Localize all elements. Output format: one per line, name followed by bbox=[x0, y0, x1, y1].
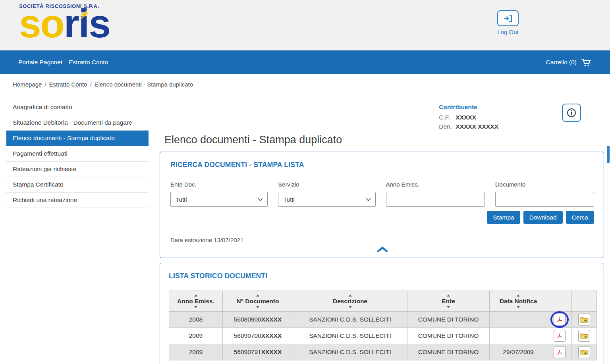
main-content: Contribuente C.F.XXXXX Den.XXXXX XXXXX E… bbox=[159, 100, 604, 364]
soris-logo[interactable]: SOCIETÀ RISCOSSIONI S.P.A. soris bbox=[19, 3, 110, 43]
cell-folder bbox=[572, 328, 597, 344]
folder-button[interactable] bbox=[578, 346, 590, 358]
contribuente-info: Contribuente C.F.XXXXX Den.XXXXX XXXXX bbox=[439, 104, 498, 131]
cell-folder bbox=[572, 344, 597, 360]
sort-desc-icon bbox=[447, 306, 450, 308]
cell-n-documento: 56090791XXXXX bbox=[223, 344, 293, 360]
column-header-descrizione[interactable]: Descrizione bbox=[293, 291, 407, 312]
column-header-n-documento[interactable]: N° Documento bbox=[223, 291, 293, 312]
data-estrazione-text: Data estrazione 13/07/2021 bbox=[170, 237, 594, 243]
ente-doc-select[interactable]: Tutti bbox=[170, 192, 268, 207]
search-panel-title: RICERCA DOCUMENTI - STAMPA LISTA bbox=[170, 161, 594, 169]
table-row: 2008 56080900XXXXX SANZIONI C.D.S. SOLLE… bbox=[169, 312, 597, 328]
contribuente-den-row: Den.XXXXX XXXXX bbox=[439, 122, 498, 131]
cart-button[interactable]: Carrello (0) bbox=[546, 58, 592, 67]
sort-desc-icon bbox=[256, 306, 259, 308]
document-mask: XXXXX bbox=[261, 349, 282, 355]
breadcrumb-current: Elenco documenti - Stampa duplicato bbox=[95, 81, 193, 88]
sort-asc-icon bbox=[447, 295, 450, 297]
search-form: Ente Doc. Tutti Servizio Tutti bbox=[170, 181, 594, 207]
content-top: Contribuente C.F.XXXXX Den.XXXXX XXXXX bbox=[159, 100, 604, 133]
nav-estratto-conto[interactable]: Estratto Conto bbox=[69, 59, 108, 66]
ente-doc-label: Ente Doc. bbox=[170, 181, 268, 188]
pdf-button[interactable] bbox=[554, 330, 566, 342]
sort-asc-icon bbox=[349, 295, 352, 297]
cell-ente: COMUNE DI TORINO bbox=[407, 344, 490, 360]
cell-anno-emiss: 2009 bbox=[169, 344, 223, 360]
column-header-ente[interactable]: Ente bbox=[407, 291, 490, 312]
sidebar-item-situazione-debitoria[interactable]: Situazione Debitoria - Documenti da paga… bbox=[6, 115, 149, 131]
table-row: 2009 56090700XXXXX SANZIONI C.D.S. SOLLE… bbox=[169, 328, 597, 344]
cell-pdf bbox=[547, 328, 572, 344]
contribuente-cf-row: C.F.XXXXX bbox=[439, 113, 498, 122]
logo-spark-icon bbox=[79, 9, 91, 21]
den-value: XXXXX XXXXX bbox=[456, 123, 498, 130]
cell-descrizione: SANZIONI C.D.S. SOLLECITI bbox=[293, 344, 407, 360]
folder-button[interactable] bbox=[578, 314, 590, 325]
column-header-pdf bbox=[547, 291, 572, 312]
info-icon bbox=[566, 108, 577, 118]
logo-part-so: so bbox=[19, 1, 64, 46]
column-header-folder bbox=[572, 291, 597, 312]
cart-label: Carrello (0) bbox=[546, 59, 577, 66]
servizio-select[interactable]: Tutti bbox=[278, 192, 375, 207]
main-nav: Portale Pagonet Estratto Conto Carrello … bbox=[0, 50, 610, 74]
breadcrumb: HomepageEstratto ContoElenco documenti -… bbox=[0, 74, 610, 88]
pdf-button[interactable] bbox=[554, 314, 566, 325]
column-label: Anno Emiss. bbox=[177, 298, 214, 305]
documento-label: Documento bbox=[495, 181, 594, 188]
cart-icon bbox=[581, 58, 592, 67]
stampa-button[interactable]: Stampa bbox=[487, 211, 520, 224]
cell-ente: COMUNE DI TORINO bbox=[407, 312, 490, 328]
breadcrumb-estratto-conto[interactable]: Estratto Conto bbox=[49, 81, 87, 88]
sort-asc-icon bbox=[517, 295, 520, 297]
folder-icon bbox=[580, 333, 589, 339]
anno-emiss-input[interactable] bbox=[386, 192, 485, 207]
cf-value: XXXXX bbox=[456, 114, 476, 121]
sidebar-item-stampa-certificato[interactable]: Stampa Certificato bbox=[6, 177, 149, 193]
download-button[interactable]: Download bbox=[523, 211, 563, 224]
page-title: Elenco documenti - Stampa duplicato bbox=[164, 134, 604, 146]
documento-field: Documento bbox=[495, 181, 594, 207]
document-number: 56090700 bbox=[234, 332, 261, 339]
cell-anno-emiss: 2009 bbox=[169, 328, 223, 344]
column-header-anno-emiss[interactable]: Anno Emiss. bbox=[169, 291, 223, 312]
info-button[interactable] bbox=[562, 104, 581, 122]
servizio-field: Servizio Tutti bbox=[278, 181, 375, 207]
cerca-button[interactable]: Cerca bbox=[566, 211, 594, 224]
sidebar-menu: Anagrafica di contatto Situazione Debito… bbox=[6, 100, 149, 208]
column-header-data-notifica[interactable]: Data Notifica bbox=[490, 291, 547, 312]
sidebar-item-rateazioni-gia-richieste[interactable]: Rateazioni già richieste bbox=[6, 162, 149, 177]
sort-desc-icon bbox=[517, 306, 520, 308]
site-header: SOCIETÀ RISCOSSIONI S.P.A. soris Log Out bbox=[0, 0, 610, 50]
pdf-icon bbox=[556, 349, 563, 356]
documents-table: Anno Emiss. N° Documento Descrizione Ent… bbox=[169, 291, 597, 360]
logout-button[interactable]: Log Out bbox=[496, 10, 520, 35]
sidebar-item-elenco-documenti[interactable]: Elenco documenti - Stampa duplicato bbox=[6, 131, 149, 146]
contribuente-title: Contribuente bbox=[439, 104, 498, 111]
document-number: 56080900 bbox=[234, 316, 261, 323]
collapse-panel-toggle[interactable] bbox=[170, 243, 594, 255]
anno-emiss-field: Anno Emiss. bbox=[386, 181, 485, 207]
search-panel: RICERCA DOCUMENTI - STAMPA LISTA Ente Do… bbox=[160, 152, 604, 258]
sidebar-item-pagamenti-effettuati[interactable]: Pagamenti effettuati bbox=[6, 146, 149, 162]
anno-emiss-label: Anno Emiss. bbox=[386, 181, 485, 188]
sidebar-item-anagrafica-di-contatto[interactable]: Anagrafica di contatto bbox=[6, 100, 149, 115]
cell-pdf bbox=[547, 344, 572, 360]
document-number: 56090791 bbox=[234, 349, 261, 355]
breadcrumb-separator bbox=[90, 81, 91, 88]
cell-data-notifica bbox=[490, 312, 547, 328]
folder-icon bbox=[580, 316, 589, 323]
breadcrumb-homepage[interactable]: Homepage bbox=[13, 81, 42, 88]
scrollbar-thumb[interactable] bbox=[607, 146, 610, 163]
nav-portale-pagonet[interactable]: Portale Pagonet bbox=[18, 59, 62, 66]
sort-desc-icon bbox=[194, 306, 197, 308]
folder-button[interactable] bbox=[578, 330, 590, 342]
pdf-button[interactable] bbox=[554, 346, 566, 358]
column-label: Descrizione bbox=[333, 298, 367, 305]
cell-data-notifica: 29/07/2009 bbox=[490, 344, 547, 360]
sidebar-item-richiedi-una-rateazione[interactable]: Richiedi una rateazione bbox=[6, 193, 149, 208]
document-mask: XXXXX bbox=[261, 332, 282, 339]
column-label: N° Documento bbox=[237, 298, 279, 305]
documento-input[interactable] bbox=[495, 192, 594, 207]
